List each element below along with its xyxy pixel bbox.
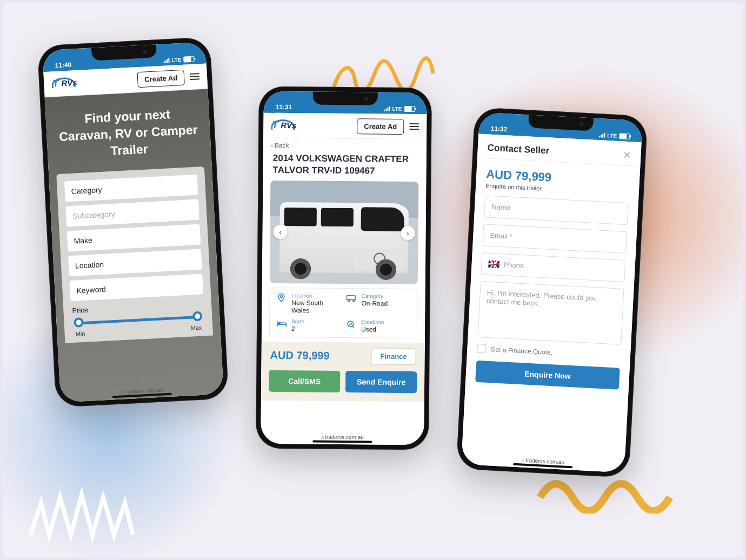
status-lte: LTE [171, 57, 182, 63]
close-icon[interactable]: ✕ [623, 149, 631, 162]
slider-thumb-max[interactable] [192, 311, 203, 322]
phone-mock-search: 11:40 LTE TRVs Create Ad Find your next … [37, 37, 229, 408]
subcategory-field[interactable]: Subcategory [65, 199, 199, 227]
name-field[interactable]: Name [484, 195, 629, 225]
listing-image[interactable]: ‹ › [270, 181, 419, 284]
hero-heading: Find your next Caravan, RV or Camper Tra… [57, 105, 199, 163]
flag-au-icon[interactable] [488, 261, 499, 268]
category-field[interactable]: Category [64, 175, 198, 202]
carousel-next-button[interactable]: › [401, 226, 415, 240]
phone-mock-contact: 11:32 LTE Contact Seller ✕ AUD 79,999 En… [456, 107, 648, 478]
menu-icon[interactable] [409, 123, 419, 130]
price-min-label: Min [75, 330, 85, 337]
phone-mock-listing: 11:31 LTE TRVs Create Ad ‹Back 2014 VOLK… [256, 86, 432, 450]
decor-sunburst [19, 443, 138, 546]
email-field[interactable]: Email * [482, 224, 627, 254]
brand-logo[interactable]: TRVs [51, 77, 77, 90]
carousel-prev-button[interactable]: ‹ [273, 225, 287, 239]
svg-point-3 [353, 300, 355, 302]
contact-heading: Contact Seller [487, 142, 549, 156]
finance-button[interactable]: Finance [371, 348, 416, 365]
message-field[interactable]: Hi, I'm interested. Please could you con… [477, 281, 624, 345]
price-bar: AUD 79,999 Finance [261, 342, 424, 369]
keyword-field[interactable]: Keyword [70, 274, 204, 302]
location-field[interactable]: Location [68, 249, 202, 277]
listing-price: AUD 79,999 [270, 349, 329, 362]
status-lte: LTE [607, 132, 617, 139]
brand-logo[interactable]: TRVs [271, 119, 296, 131]
create-ad-button[interactable]: Create Ad [357, 118, 404, 135]
bed-icon [276, 319, 287, 330]
battery-icon [619, 133, 630, 139]
signal-icon [599, 132, 605, 138]
rv-icon [346, 294, 357, 304]
search-form: Category Subcategory Make Location Keywo… [56, 166, 213, 343]
checkbox-icon[interactable] [477, 344, 487, 354]
phone-field[interactable]: Phone [481, 252, 626, 282]
svg-point-0 [281, 296, 283, 298]
status-time: 11:32 [490, 125, 507, 134]
signal-icon [384, 106, 390, 111]
make-field[interactable]: Make [67, 224, 201, 252]
status-time: 11:31 [276, 103, 292, 111]
phone-notch [313, 91, 378, 105]
location-pin-icon [276, 293, 287, 305]
send-enquire-button[interactable]: Send Enquire [345, 371, 417, 393]
finance-quote-checkbox[interactable]: Get a Finance Quote. [477, 344, 621, 361]
status-time: 11:40 [55, 61, 71, 70]
price-max-label: Max [190, 324, 202, 331]
listing-meta: LocationNew South Wales CategoryOn-Road … [269, 288, 418, 338]
status-lte: LTE [392, 106, 402, 112]
call-sms-button[interactable]: Call/SMS [269, 370, 340, 392]
slider-thumb-min[interactable] [74, 317, 84, 328]
listing-title: 2014 VOLKSWAGEN CRAFTER TALVOR TRV-ID 10… [263, 150, 426, 182]
svg-point-4 [279, 323, 281, 324]
svg-rect-1 [347, 296, 356, 300]
battery-icon [183, 56, 195, 63]
back-link[interactable]: ‹Back [263, 138, 427, 152]
signal-icon [163, 58, 169, 63]
chevron-left-icon: ‹ [271, 142, 273, 149]
svg-point-2 [348, 300, 350, 302]
enquire-now-button[interactable]: Enquire Now [475, 361, 620, 390]
menu-icon[interactable] [190, 73, 200, 80]
create-ad-button[interactable]: Create Ad [137, 69, 185, 88]
app-header: TRVs Create Ad [263, 113, 427, 140]
battery-icon [404, 106, 415, 112]
check-circle-icon [346, 319, 357, 331]
